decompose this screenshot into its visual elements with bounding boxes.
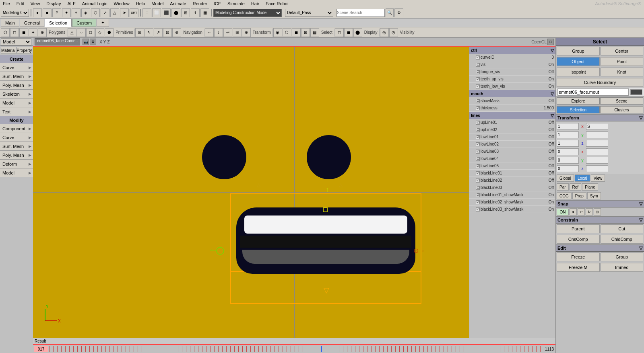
prop-check-upline02[interactable]: ☑ <box>476 128 480 132</box>
object-button[interactable]: Object <box>557 57 600 66</box>
isopoint-button[interactable]: Isopoint <box>557 68 600 76</box>
xform-icon-5[interactable]: ⊕ <box>242 28 251 37</box>
nav-icon-5[interactable]: ⊕ <box>172 28 181 37</box>
prop-check-blackline01[interactable]: ☑ <box>476 171 480 175</box>
poly-icon-3[interactable]: ◼ <box>19 28 28 37</box>
menu-window[interactable]: Window <box>113 1 131 6</box>
menu-face-robot[interactable]: Face Robot <box>264 1 290 6</box>
transform-t2-input[interactable] <box>586 165 608 172</box>
obj-name-input[interactable] <box>557 88 629 96</box>
toolbar-curve-icon[interactable]: ↗ <box>101 8 109 17</box>
menu-file[interactable]: File <box>2 1 11 6</box>
material-button[interactable]: Material <box>1 47 16 54</box>
property-button[interactable]: Property <box>17 47 33 54</box>
axis-x[interactable]: X <box>99 40 102 44</box>
menu-help[interactable]: Help <box>135 1 147 6</box>
transform-z2-input[interactable] <box>557 165 579 172</box>
prim-icon-4[interactable]: ◇ <box>95 28 104 37</box>
prop-btn[interactable]: Prop <box>572 192 586 199</box>
prop-check-lowline01[interactable]: ☑ <box>476 135 480 139</box>
cnscomp-btn[interactable]: CnsComp <box>557 235 600 244</box>
prop-check-bl01-showmask[interactable]: ☑ <box>476 193 480 197</box>
sidebar-mod-poly-mesh[interactable]: Poly. Mesh▶ <box>0 151 33 160</box>
prop-check-teeth-low[interactable]: ☑ <box>476 84 480 88</box>
modify-section-header[interactable]: Modify <box>0 116 33 124</box>
vp-icon-settings[interactable]: ⚙ <box>90 39 96 45</box>
ctrl-section[interactable]: ctrl ▽ <box>469 47 555 54</box>
transform-s-input[interactable] <box>586 123 608 130</box>
global-btn[interactable]: Global <box>557 174 574 182</box>
color-swatch[interactable] <box>630 89 642 95</box>
snap-collapse-icon[interactable]: ▽ <box>639 201 642 207</box>
toolbar-box2-icon[interactable]: □ <box>142 8 151 17</box>
snap-icon-2[interactable]: ↩ <box>578 208 585 215</box>
transform-y1-input[interactable] <box>557 131 579 138</box>
toolbar-arrow-icon[interactable]: ➤ <box>120 8 129 17</box>
sel-icon-1[interactable]: ◉ <box>273 28 282 37</box>
sidebar-model[interactable]: Model▶ <box>0 99 33 107</box>
mode-dropdown[interactable]: Modeling Construction Mode <box>213 9 282 17</box>
sidebar-text[interactable]: Text▶ <box>0 107 33 116</box>
search-options-icon[interactable]: ⚙ <box>394 8 403 17</box>
tab-icon[interactable]: ✦ <box>97 19 109 27</box>
lines-section[interactable]: lines ▽ <box>469 112 555 119</box>
transform-y2-input[interactable] <box>557 157 579 164</box>
sidebar-mod-model[interactable]: Model▶ <box>0 168 33 177</box>
disp-icon-2[interactable]: ◼ <box>344 28 353 37</box>
prim-icon-5[interactable]: ⬟ <box>105 28 114 37</box>
plane-btn[interactable]: Plane <box>582 183 598 191</box>
prop-check-blackline02[interactable]: ☑ <box>476 179 480 183</box>
menu-animate[interactable]: Animate <box>169 1 187 6</box>
transform-z1-input[interactable] <box>557 140 579 147</box>
axis-y[interactable]: Y <box>103 40 106 44</box>
nav-icon-1[interactable]: ⊞ <box>135 28 144 37</box>
sidebar-mod-curve[interactable]: Curve▶ <box>0 133 33 142</box>
constrain-collapse-icon[interactable]: ▽ <box>639 218 642 223</box>
sidebar-poly-mesh[interactable]: Poly. Mesh▶ <box>0 81 33 90</box>
transform-collapse-icon[interactable]: ▽ <box>639 115 642 121</box>
immed-btn[interactable]: Immed <box>601 263 644 272</box>
sidebar-surf-mesh[interactable]: Surf. Mesh▶ <box>0 72 33 81</box>
poly-icon-5[interactable]: ⊕ <box>38 28 47 37</box>
prop-check-bl02-showmask[interactable]: ☑ <box>476 200 480 204</box>
search-icon[interactable]: 🔍 <box>386 8 394 17</box>
toolbar-star-icon[interactable]: ✦ <box>62 8 71 17</box>
curve-boundary-button[interactable]: Curve Boundary <box>557 78 643 87</box>
toolbar-lattice-icon[interactable]: ⊞ <box>181 8 190 17</box>
prop-check-thickness[interactable]: ☑ <box>476 106 480 110</box>
timeline[interactable]: 917 1113 <box>33 344 555 353</box>
sidebar-deform[interactable]: Deform▶ <box>0 160 33 168</box>
menu-display[interactable]: Display <box>45 1 62 6</box>
create-section-header[interactable]: Create <box>0 55 33 63</box>
snap-icon-3[interactable]: ↻ <box>586 208 593 215</box>
nav-icon-4[interactable]: ⊡ <box>163 28 172 37</box>
freeze-m-btn[interactable]: Freeze M <box>557 263 600 272</box>
local-btn[interactable]: Local <box>575 174 590 182</box>
pass-dropdown[interactable]: Default_Pass <box>285 9 333 17</box>
center-button[interactable]: Center <box>601 47 644 55</box>
sidebar-component[interactable]: Component▶ <box>0 124 33 133</box>
poly-icon-1[interactable]: ⬡ <box>1 28 10 37</box>
vis-icon-1[interactable]: ◎ <box>380 28 389 37</box>
transform-t-input[interactable] <box>586 140 608 147</box>
tab-custom[interactable]: Custom <box>72 19 96 27</box>
view-btn[interactable]: View <box>591 174 605 182</box>
transform-r-input[interactable] <box>586 131 608 138</box>
sel-icon-3[interactable]: ◼ <box>292 28 301 37</box>
menu-ice[interactable]: ICE <box>213 1 222 6</box>
menu-model[interactable]: Model <box>150 1 165 6</box>
cut-btn[interactable]: Cut <box>601 224 644 233</box>
par-btn[interactable]: Par <box>557 183 569 191</box>
selection-tab[interactable]: Selection <box>557 106 600 113</box>
snap-icon-1[interactable]: ● <box>570 208 577 215</box>
toolbar-srt-icon[interactable]: SRT <box>130 8 138 17</box>
prop-check-bl03-showmask[interactable]: ☑ <box>476 207 480 211</box>
poly-icon-2[interactable]: ◻ <box>10 28 19 37</box>
timeline-track[interactable] <box>49 346 543 352</box>
toolbar-select-icon[interactable]: ◈ <box>81 8 90 17</box>
toolbar-grid-icon[interactable]: # <box>52 8 61 17</box>
menu-animal-logic[interactable]: Animal Logic <box>81 1 109 6</box>
sidebar-curve[interactable]: Curve▶ <box>0 63 33 72</box>
toolbar-triangle-icon[interactable]: △ <box>110 8 119 17</box>
sidebar-skeleton[interactable]: Skeleton▶ <box>0 90 33 99</box>
